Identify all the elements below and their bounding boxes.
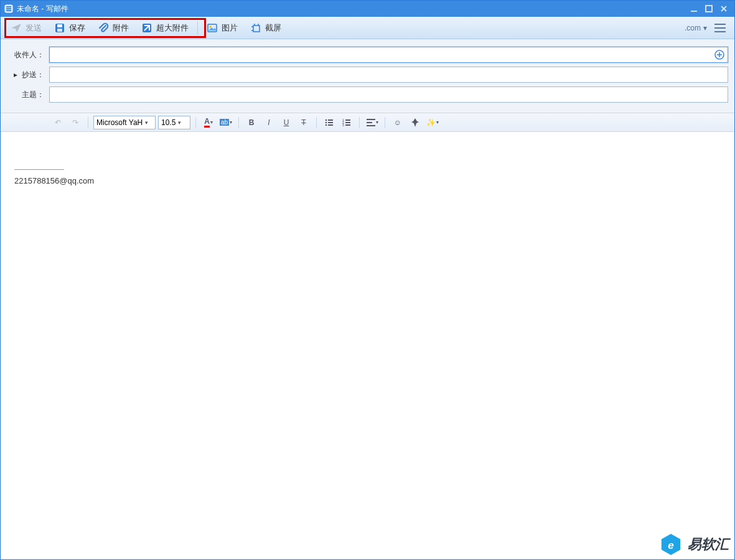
svg-rect-17 [714, 31, 726, 32]
font-color-button[interactable]: A▾ [201, 116, 216, 129]
watermark: e 易软汇 [659, 533, 729, 556]
main-toolbar: 发送 保存 附件 超大附件 图片 截屏 .com ▾ [1, 17, 734, 39]
watermark-text: 易软汇 [688, 535, 729, 554]
svg-rect-5 [706, 6, 712, 12]
header-fields: 收件人： ▸ 抄送： 主题： [1, 39, 734, 113]
settings-menu-button[interactable] [714, 24, 726, 32]
cc-input[interactable] [54, 68, 724, 81]
paperclip-icon [98, 22, 109, 34]
ordered-list-button[interactable]: 123 [339, 116, 354, 129]
cc-input-wrapper[interactable] [49, 67, 728, 83]
svg-rect-26 [328, 124, 333, 126]
big-attach-button[interactable]: 超大附件 [135, 19, 195, 37]
svg-rect-9 [57, 24, 62, 27]
svg-rect-1 [6, 6, 11, 7]
subject-input[interactable] [54, 88, 724, 101]
svg-rect-14 [253, 26, 260, 32]
emoji-button[interactable]: ☺ [390, 116, 405, 129]
svg-rect-3 [6, 10, 11, 11]
svg-rect-32 [345, 124, 350, 126]
toolbar-separator [197, 21, 198, 35]
font-size-select[interactable]: 10.5▾ [158, 116, 190, 129]
subject-input-wrapper[interactable] [49, 86, 728, 103]
to-label: 收件人： [7, 50, 49, 60]
subject-row: 主题： [7, 86, 728, 103]
account-dropdown[interactable]: .com ▾ [685, 24, 707, 32]
italic-button[interactable]: I [261, 116, 276, 129]
attach-label: 附件 [113, 22, 129, 34]
svg-rect-10 [57, 29, 62, 32]
window-title: 未命名 - 写邮件 [17, 4, 68, 14]
svg-rect-16 [714, 27, 726, 29]
svg-rect-33 [367, 119, 375, 120]
to-input[interactable] [54, 49, 724, 61]
svg-rect-2 [6, 8, 11, 9]
signature-email: 2215788156@qq.com [14, 176, 721, 185]
svg-point-23 [325, 121, 327, 123]
font-family-select[interactable]: Microsoft YaH▾ [93, 116, 156, 129]
svg-rect-15 [714, 24, 726, 25]
cc-row: ▸ 抄送： [7, 67, 728, 83]
svg-text:3: 3 [342, 123, 344, 127]
svg-point-25 [325, 124, 327, 126]
redo-button[interactable]: ↷ [68, 116, 83, 129]
svg-text:e: e [668, 539, 674, 551]
editor-body[interactable]: 2215788156@qq.com [1, 132, 734, 559]
more-formatting-button[interactable]: ✨▾ [425, 116, 440, 129]
subject-label: 主题： [7, 90, 49, 100]
save-button[interactable]: 保存 [48, 19, 91, 37]
svg-rect-30 [345, 122, 350, 123]
chevron-down-icon: ▾ [703, 24, 707, 32]
send-label: 发送 [26, 22, 42, 34]
watermark-icon: e [659, 533, 683, 556]
svg-rect-24 [328, 122, 333, 123]
underline-button[interactable]: U [279, 116, 294, 129]
svg-rect-35 [367, 125, 375, 126]
scissors-icon [250, 22, 261, 34]
add-recipient-button[interactable] [714, 49, 725, 60]
pin-button[interactable] [408, 116, 423, 129]
font-family-value: Microsoft YaH [96, 118, 143, 127]
big-attach-icon [141, 22, 152, 34]
expand-cc-button[interactable]: ▸ [12, 70, 19, 79]
send-icon [11, 22, 22, 34]
titlebar: 未命名 - 写邮件 [1, 1, 734, 17]
strikethrough-button[interactable]: T [296, 116, 311, 129]
undo-button[interactable]: ↶ [50, 116, 65, 129]
screenshot-button[interactable]: 截屏 [244, 19, 288, 37]
font-size-value: 10.5 [161, 118, 176, 127]
big-attach-label: 超大附件 [156, 22, 189, 34]
image-icon [207, 22, 218, 34]
to-row: 收件人： [7, 47, 728, 63]
save-label: 保存 [69, 22, 85, 34]
account-suffix: .com [685, 24, 701, 32]
save-icon [54, 22, 65, 34]
highlight-color-button[interactable]: ab▾ [218, 116, 233, 129]
compose-window: 未命名 - 写邮件 发送 保存 附件 超大附件 图片 截屏 [0, 0, 735, 560]
svg-rect-34 [367, 122, 372, 123]
svg-point-13 [210, 26, 212, 27]
editor-toolbar: ↶ ↷ Microsoft YaH▾ 10.5▾ A▾ ab▾ B I U T … [1, 113, 734, 132]
align-button[interactable]: ▾ [365, 116, 380, 129]
minimize-button[interactable] [687, 3, 701, 14]
signature-separator [14, 169, 64, 170]
close-button[interactable] [717, 3, 731, 14]
svg-point-21 [325, 119, 327, 121]
attach-button[interactable]: 附件 [91, 19, 135, 37]
cc-label: 抄送： [22, 70, 44, 80]
app-icon [4, 4, 13, 13]
insert-image-button[interactable]: 图片 [200, 19, 244, 37]
bold-button[interactable]: B [244, 116, 259, 129]
svg-rect-4 [691, 11, 697, 12]
svg-rect-28 [345, 119, 350, 121]
to-input-wrapper[interactable] [49, 47, 728, 63]
image-label: 图片 [222, 22, 238, 34]
screenshot-label: 截屏 [265, 22, 281, 34]
svg-rect-22 [328, 119, 333, 121]
maximize-button[interactable] [702, 3, 716, 14]
unordered-list-button[interactable] [322, 116, 337, 129]
send-button[interactable]: 发送 [4, 19, 48, 37]
